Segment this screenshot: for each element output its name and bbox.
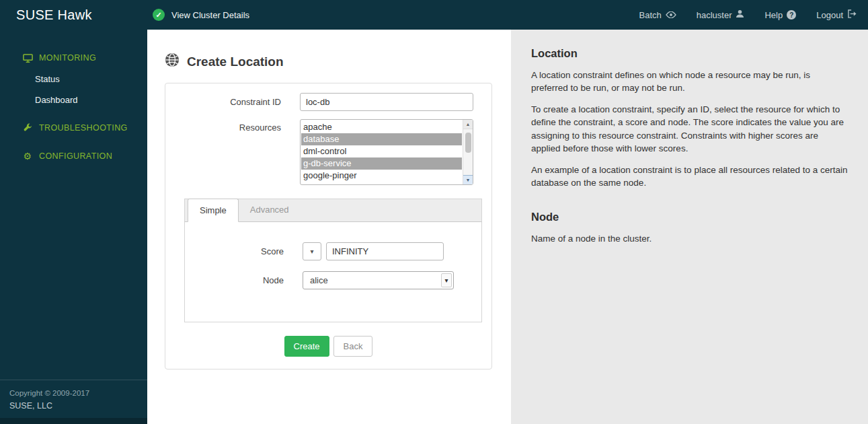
- cluster-status-link[interactable]: ✓ View Cluster Details: [153, 9, 249, 21]
- gear-icon: ⚙: [22, 151, 33, 162]
- help-panel: Location A location constraint defines o…: [511, 30, 868, 424]
- wrench-icon: [22, 122, 33, 133]
- sidebar-item-dashboard[interactable]: Dashboard: [0, 90, 147, 110]
- logout-label: Logout: [816, 10, 843, 20]
- chevron-down-icon: ▾: [441, 273, 452, 287]
- scrollbar-thumb[interactable]: [465, 133, 471, 153]
- resources-options: apache database dml-control g-db-service…: [301, 121, 462, 182]
- help-section-node: Node Name of a node in the cluster.: [531, 211, 848, 245]
- eye-icon: [666, 10, 676, 20]
- user-icon: [736, 9, 744, 20]
- tab-advanced[interactable]: Advanced: [239, 199, 301, 221]
- sidebar-section-configuration[interactable]: ⚙ CONFIGURATION: [0, 145, 147, 167]
- score-label: Score: [185, 246, 303, 256]
- content-area: Create Location Constraint ID Resources …: [147, 30, 868, 424]
- constraint-id-input[interactable]: [300, 93, 473, 111]
- sidebar-section-label: CONFIGURATION: [39, 151, 112, 161]
- chevron-down-icon: ▾: [310, 248, 313, 255]
- page-title-row: Create Location: [165, 52, 492, 71]
- page-title: Create Location: [187, 55, 284, 69]
- sidebar-section-configuration-wrap: ⚙ CONFIGURATION: [0, 145, 147, 167]
- help-link[interactable]: Help ?: [764, 10, 796, 20]
- help-paragraph: A location constraint defines on which n…: [531, 69, 848, 94]
- constraint-id-row: Constraint ID: [175, 93, 482, 111]
- scroll-up-button[interactable]: ▲: [463, 120, 473, 129]
- sidebar-section-troubleshooting-wrap: TROUBLESHOOTING: [0, 117, 147, 139]
- help-title-location: Location: [531, 47, 848, 60]
- question-icon: ?: [787, 10, 796, 20]
- constraint-id-label: Constraint ID: [175, 97, 300, 107]
- node-select-value: alice: [310, 272, 328, 289]
- resources-listbox[interactable]: apache database dml-control g-db-service…: [300, 119, 473, 185]
- back-button[interactable]: Back: [333, 336, 373, 357]
- copyright-line-1: Copyright © 2009-2017: [9, 387, 147, 399]
- create-location-form: Constraint ID Resources apache database …: [165, 83, 492, 369]
- sidebar-section-monitoring[interactable]: MONITORING: [0, 47, 147, 69]
- constraint-tab-panel: Simple Advanced Score ▾: [184, 199, 482, 322]
- copyright: Copyright © 2009-2017 SUSE, LLC: [0, 380, 147, 418]
- sidebar-footer-strip: [0, 418, 147, 424]
- resources-row: Resources apache database dml-control g-…: [175, 119, 482, 185]
- right-column: ✓ View Cluster Details Batch hacluster: [147, 0, 868, 424]
- monitor-icon: [22, 52, 33, 63]
- topbar-nav: Batch hacluster Help ? Logout: [639, 9, 857, 20]
- app-logo[interactable]: SUSE Hawk: [0, 0, 147, 30]
- sidebar-section-monitoring-wrap: MONITORING Status Dashboard: [0, 47, 147, 110]
- app-root: SUSE Hawk MONITORING Status Dashboard T: [0, 0, 868, 424]
- score-input[interactable]: [326, 242, 444, 260]
- main-panel: Create Location Constraint ID Resources …: [147, 30, 511, 424]
- sidebar-item-status[interactable]: Status: [0, 69, 147, 90]
- batch-label: Batch: [639, 10, 661, 20]
- help-section-location: Location A location constraint defines o…: [531, 47, 848, 189]
- sidebar: SUSE Hawk MONITORING Status Dashboard T: [0, 0, 147, 424]
- resource-option-database[interactable]: database: [301, 133, 462, 145]
- scroll-down-button[interactable]: ▼: [463, 175, 473, 184]
- tab-strip: Simple Advanced: [184, 199, 482, 222]
- resource-option-apache[interactable]: apache: [301, 121, 462, 133]
- cluster-status-label: View Cluster Details: [171, 10, 249, 20]
- help-paragraph: An example of a location constraint is t…: [531, 164, 848, 189]
- copyright-line-2: SUSE, LLC: [9, 399, 147, 413]
- help-paragraph: To create a location constraint, specify…: [531, 103, 848, 155]
- batch-link[interactable]: Batch: [639, 10, 676, 20]
- sidebar-section-troubleshooting[interactable]: TROUBLESHOOTING: [0, 117, 147, 139]
- logout-link[interactable]: Logout: [816, 9, 857, 20]
- globe-icon: [165, 52, 180, 71]
- resource-option-google-pinger[interactable]: google-pinger: [301, 170, 462, 182]
- node-row: Node alice ▾: [185, 271, 481, 289]
- create-button[interactable]: Create: [284, 336, 329, 357]
- score-dropdown-button[interactable]: ▾: [303, 242, 321, 260]
- tab-simple[interactable]: Simple: [188, 199, 239, 222]
- node-label: Node: [185, 275, 303, 285]
- sidebar-section-label: MONITORING: [39, 53, 96, 63]
- tab-content-simple: Score ▾ Node alice ▾: [184, 222, 482, 322]
- sidebar-section-label: TROUBLESHOOTING: [39, 123, 128, 133]
- resource-option-g-db-service[interactable]: g-db-service: [301, 157, 462, 170]
- form-actions: Create Back: [175, 336, 482, 357]
- help-paragraph: Name of a node in the cluster.: [531, 232, 848, 245]
- logout-icon: [847, 9, 857, 20]
- user-menu[interactable]: hacluster: [697, 9, 745, 20]
- node-select[interactable]: alice ▾: [303, 271, 454, 289]
- help-title-node: Node: [531, 211, 848, 223]
- resource-option-dml-control[interactable]: dml-control: [301, 145, 462, 157]
- help-label: Help: [764, 10, 783, 20]
- score-row: Score ▾: [185, 242, 481, 260]
- sidebar-nav: MONITORING Status Dashboard TROUBLESHOOT…: [0, 30, 147, 380]
- username-label: hacluster: [697, 10, 732, 20]
- listbox-scrollbar[interactable]: ▲ ▼: [463, 120, 473, 184]
- cluster-ok-icon: ✓: [153, 9, 165, 21]
- topbar: ✓ View Cluster Details Batch hacluster: [147, 0, 868, 30]
- resources-label: Resources: [175, 119, 300, 185]
